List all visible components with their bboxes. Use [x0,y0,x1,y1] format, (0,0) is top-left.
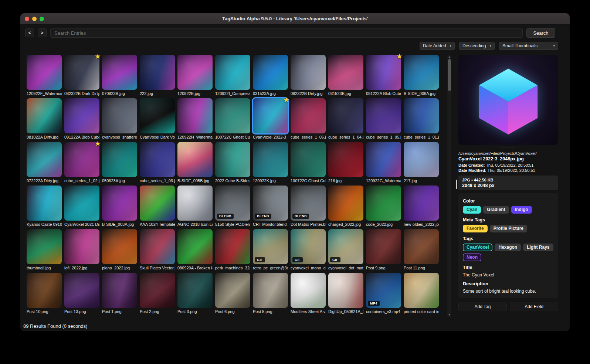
thumbnail[interactable] [64,186,99,221]
forward-button[interactable]: > [38,28,47,37]
thumbnail[interactable] [27,229,62,264]
minimize-window-button[interactable] [32,17,37,21]
zoom-window-button[interactable] [40,17,44,21]
grid-item[interactable]: 070823B.jpg [102,55,137,96]
grid-item[interactable]: Post 13.png [64,273,99,314]
grid-item[interactable]: ★CyanVoxel 2022-3_2048px.jpg [253,98,288,140]
thumbnail[interactable] [102,186,137,221]
grid-item[interactable]: Post 9.png [366,229,401,271]
sort-field-dropdown[interactable]: Date Added ▾ [420,42,455,50]
thumbnail[interactable] [404,229,439,264]
grid-item[interactable]: code_2022.jpg [366,186,401,227]
grid-item[interactable]: cube_series_1_04.jpg [328,98,363,140]
grid-item[interactable]: 100722C Ghost Cube.jpg [291,142,326,184]
thumbnail[interactable] [404,98,439,133]
panel-scrollbar[interactable] [456,180,457,189]
tag-chip[interactable]: Profile Picture [490,225,527,232]
grid-item[interactable]: BLEND5150 Style PC.blend [215,186,250,227]
thumbnail[interactable]: ★ [64,142,99,177]
grid-item[interactable]: 100722C Ghost Cube.jpg [215,98,250,140]
thumbnail[interactable] [328,98,363,133]
grid-item[interactable]: Post 10.png [27,273,62,314]
grid-item[interactable]: 081022A Dirty.jpg [27,98,62,140]
grid-item[interactable]: Kyanos Caste 091022.jpg [27,186,62,227]
thumbnail[interactable]: BLEND [253,186,288,221]
grid-item[interactable]: cube_series_1_05.jpg [366,98,401,140]
thumbnail[interactable]: GIF [253,229,288,264]
thumbnail[interactable] [366,229,401,264]
thumbnail[interactable] [177,55,213,90]
thumbnail[interactable] [177,98,213,133]
thumbnail[interactable] [64,98,99,133]
thumbnail[interactable] [253,142,288,177]
thumbnail[interactable]: BLEND [291,186,326,221]
scroll-up-icon[interactable]: ▲ [447,55,451,59]
grid-item[interactable]: BLENDCRT Monitor.blend [253,186,288,227]
thumbnail[interactable] [215,229,250,264]
grid-item[interactable]: CyanVoxel Dark Voxel.jpg [140,98,175,140]
thumbnail[interactable] [404,273,439,308]
tag-chip[interactable]: Indigo [511,206,532,214]
add-tag-button[interactable]: Add Tag [458,302,507,311]
grid-item[interactable]: 120922E.jpg [177,55,213,96]
search-button[interactable]: Search [526,28,555,38]
thumbnail[interactable] [177,273,213,308]
thumbnail[interactable] [215,98,250,133]
grid-item[interactable]: 120922G_Watermarked.jpg [366,142,401,184]
grid-item[interactable]: 120922H_Watermarked.jpg [177,98,213,140]
grid-item[interactable]: Post 5.png [253,273,288,314]
thumbnail[interactable] [27,98,62,133]
grid-item[interactable]: MP4containers_v3.mp4 [366,273,401,314]
thumbnail[interactable] [215,55,250,90]
grid-item[interactable]: cube_series_1_01.jpg [404,98,439,140]
grid-item[interactable]: GIFcyanvoxel_dot_matrix.gif [328,229,363,271]
grid-item[interactable]: ★082322B Dark Dirty.jpg [64,55,99,96]
tag-chip[interactable]: CyanVoxel [463,244,492,251]
preview-image[interactable] [458,55,558,145]
thumbnail[interactable] [140,142,175,177]
thumbnail[interactable] [177,186,213,221]
grid-item[interactable]: Post 3.png [177,273,213,314]
scrollbar-thumb[interactable] [448,59,451,91]
thumbnail[interactable] [102,229,137,264]
grid-item[interactable]: 072222A Dirty.jpg [27,142,62,184]
thumbnail[interactable] [27,55,62,90]
thumbnail[interactable] [27,186,62,221]
thumbnail[interactable] [291,55,326,90]
thumbnail[interactable]: BLEND [215,186,250,221]
grid-item[interactable]: BLENDDot Matrix Printer.blend [291,186,326,227]
thumbnail[interactable]: GIF [291,229,326,264]
thumbnail[interactable]: ★ [253,98,288,133]
grid-item[interactable]: 120922K.jpg [253,142,288,184]
grid-item[interactable]: AGNC-2018 Icon Logo.png [177,186,213,227]
thumbnail[interactable] [328,273,363,308]
sort-order-dropdown[interactable]: Descending ▾ [459,42,495,50]
grid-item[interactable]: 2022 Cube B-Sides.jpg [215,142,250,184]
grid-item[interactable]: 091222A Blob Cubes.jpg [64,98,99,140]
grid-item[interactable]: Post 2.png [140,273,175,314]
thumbnail[interactable] [140,186,175,221]
grid-item[interactable]: lofi_2022.jpg [64,229,99,271]
grid-item[interactable]: 082322B Dirty.jpg [291,55,326,96]
thumbnail[interactable] [404,186,439,221]
grid-item[interactable]: DigItUp_050621A_Sheet.png [328,273,363,314]
grid-scrollbar[interactable]: ▲ ▼ [447,55,451,317]
grid-item[interactable]: ★091222A Blob Cubes.jpg [366,55,401,96]
thumbnail[interactable] [140,98,175,133]
thumbnail[interactable] [215,142,250,177]
thumbnail[interactable] [102,273,137,308]
thumbnail[interactable]: GIF [328,229,363,264]
tag-chip[interactable]: Cyan [463,206,481,214]
grid-item[interactable]: GIFcyanvoxel_mono_crt.gif [291,229,326,271]
back-button[interactable]: < [25,28,34,37]
grid-item[interactable]: printed color card img.jpg [404,273,439,314]
add-field-button[interactable]: Add Field [510,302,558,311]
thumbnail[interactable] [253,273,288,308]
thumbnail[interactable] [366,142,401,177]
tag-chip[interactable]: Hexagon [495,244,521,251]
grid-item[interactable]: B-SIDE_006A.jpg [404,55,439,96]
grid-item[interactable]: cube_series_1_03.jpg [140,142,175,184]
grid-item[interactable]: Skull Plates Vector.png [140,229,175,271]
thumbnail[interactable] [102,55,137,90]
thumbnail[interactable] [253,55,288,90]
